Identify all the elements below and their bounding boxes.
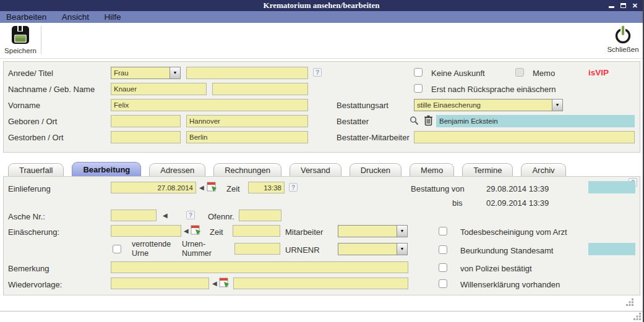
- chevron-down-icon[interactable]: ▼: [170, 67, 180, 78]
- tab-label: Archiv: [532, 166, 554, 175]
- geboren-datum-field[interactable]: [111, 115, 181, 127]
- toolbar-separator: [41, 26, 41, 54]
- chevron-down-icon[interactable]: ▼: [397, 244, 407, 255]
- tab-rechnungen[interactable]: Rechnungen: [213, 163, 281, 177]
- bestatter-mitarbeiter-field[interactable]: [414, 131, 635, 143]
- menu-hilfe[interactable]: Hilfe: [98, 11, 127, 23]
- urnenr-select[interactable]: ▼: [338, 243, 408, 255]
- bestatter-label: Bestatter: [337, 117, 369, 126]
- menu-ansicht[interactable]: Ansicht: [56, 11, 95, 23]
- geboren-ort-field[interactable]: [186, 115, 308, 127]
- isvip-badge: isVIP: [588, 68, 609, 77]
- bestatter-field[interactable]: Benjamin Eckstein: [436, 115, 635, 127]
- save-button[interactable]: Speichern: [2, 25, 38, 57]
- einaescherung-datum-field[interactable]: [111, 225, 181, 237]
- tab-label: Memo: [421, 166, 443, 175]
- help-icon[interactable]: ?: [313, 68, 322, 77]
- mitarbeiter-selected-value: [338, 226, 397, 237]
- tab-versand[interactable]: Versand: [290, 163, 341, 177]
- wiedervorlage-text-field[interactable]: [233, 278, 408, 289]
- todesbescheinigung-checkbox[interactable]: [439, 227, 447, 235]
- bestattungsart-selected-value: stille Einaescherung: [414, 100, 552, 111]
- date-prev-icon[interactable]: ◀: [212, 280, 217, 287]
- vorname-label: Vorname: [8, 101, 40, 110]
- tab-label: Bearbeitung: [83, 165, 130, 174]
- maximize-icon[interactable]: [620, 3, 626, 8]
- date-prev-icon[interactable]: ◀: [184, 227, 189, 234]
- close-window-button[interactable]: Schließen: [605, 25, 641, 57]
- wiedervorlage-label: Wiedervorlage:: [8, 280, 62, 289]
- search-icon[interactable]: [409, 116, 419, 126]
- menu-bearbeiten[interactable]: Bearbeiten: [0, 11, 53, 23]
- urnen-nummer-field[interactable]: [234, 243, 280, 255]
- title-bar[interactable]: Krematorium ansehen/bearbeiten ✕: [0, 0, 643, 11]
- gebname-field[interactable]: [212, 83, 308, 95]
- tab-strip: Trauerfall Bearbeitung Adressen Rechnung…: [3, 163, 566, 177]
- help-icon[interactable]: ?: [186, 211, 195, 219]
- chevron-down-icon[interactable]: ▼: [397, 226, 407, 237]
- einlieferung-zeit-field[interactable]: [248, 182, 285, 193]
- ruecksprache-label: Erst nach Rücksprache einäschern: [431, 85, 556, 94]
- geboren-label: Geboren / Ort: [8, 117, 57, 126]
- help-icon[interactable]: ?: [289, 183, 298, 192]
- anrede-selected-value: Frau: [111, 67, 170, 78]
- todesbescheinigung-label: Todesbescheinigung vom Arzt: [460, 227, 567, 237]
- deceased-form-panel: Anrede/ Titel Nachname / Geb. Name Vorna…: [3, 61, 640, 153]
- tab-label: Versand: [301, 166, 330, 175]
- keine-auskunft-checkbox[interactable]: [414, 68, 423, 77]
- bemerkung-field[interactable]: [111, 261, 408, 273]
- ruecksprache-checkbox[interactable]: [414, 84, 423, 93]
- tab-trauerfall[interactable]: Trauerfall: [8, 163, 64, 177]
- verrottende-urne-checkbox[interactable]: [113, 245, 121, 253]
- mitarbeiter-select[interactable]: ▼: [338, 225, 408, 237]
- anrede-select[interactable]: Frau ▼: [111, 67, 181, 79]
- tab-label: Rechnungen: [225, 166, 270, 175]
- polizei-checkbox[interactable]: [439, 263, 447, 272]
- urnenr-label: URNENR: [285, 245, 320, 255]
- tab-label: Trauerfall: [19, 166, 53, 175]
- urnen-nummer-label: Urnen-Nummer: [182, 240, 223, 258]
- wiedervorlage-datum-field[interactable]: [111, 278, 209, 289]
- calendar-icon[interactable]: [207, 181, 218, 192]
- spin-left-icon[interactable]: ◀: [163, 212, 168, 219]
- tab-drucken[interactable]: Drucken: [350, 163, 401, 177]
- status-bar-divider: [0, 311, 643, 311]
- tab-termine[interactable]: Termine: [462, 163, 513, 177]
- titel-field[interactable]: [186, 67, 308, 79]
- calendar-icon[interactable]: [191, 224, 202, 235]
- trash-icon[interactable]: [424, 115, 433, 126]
- gestorben-ort-field[interactable]: [186, 131, 308, 143]
- bestattungsart-label: Bestattungsart: [337, 101, 389, 110]
- tab-bearbeitung[interactable]: Bearbeitung: [72, 162, 141, 177]
- close-button-label: Schließen: [605, 46, 641, 53]
- beurkundung-field[interactable]: [588, 243, 635, 255]
- memo-checkbox: [515, 68, 524, 77]
- window-resize-grip-icon[interactable]: [633, 313, 642, 321]
- gestorben-datum-field[interactable]: [111, 131, 181, 143]
- floppy-icon: [2, 25, 38, 46]
- calendar-icon[interactable]: [219, 277, 230, 288]
- bestattungsart-select[interactable]: stille Einaescherung ▼: [414, 99, 563, 111]
- power-icon: [605, 25, 641, 44]
- nachname-field[interactable]: [111, 83, 207, 95]
- mitarbeiter-label: Mitarbeiter: [285, 227, 323, 237]
- tab-adressen[interactable]: Adressen: [149, 163, 205, 177]
- einaescherung-zeit-field[interactable]: [233, 225, 280, 237]
- beurkundung-checkbox[interactable]: [439, 245, 447, 254]
- toolbar: Speichern Schließen: [0, 23, 643, 59]
- ofennr-field[interactable]: [239, 210, 281, 221]
- bestattung-bis-value: 02.09.2014 13:39: [486, 198, 549, 208]
- einlieferung-datum-field[interactable]: [111, 182, 196, 193]
- willenserklaerung-checkbox[interactable]: [439, 279, 447, 288]
- date-prev-icon[interactable]: ◀: [199, 184, 204, 191]
- tab-memo[interactable]: Memo: [410, 163, 454, 177]
- tab-archiv[interactable]: Archiv: [521, 163, 565, 177]
- asche-field[interactable]: [111, 210, 157, 221]
- vorname-field[interactable]: [111, 99, 308, 111]
- bestattung-von-field[interactable]: [588, 181, 635, 193]
- minimize-icon[interactable]: [609, 6, 614, 8]
- anrede-label: Anrede/ Titel: [8, 69, 53, 78]
- resize-grip-icon[interactable]: [626, 299, 634, 307]
- close-icon[interactable]: ✕: [632, 0, 638, 11]
- chevron-down-icon[interactable]: ▼: [552, 100, 562, 111]
